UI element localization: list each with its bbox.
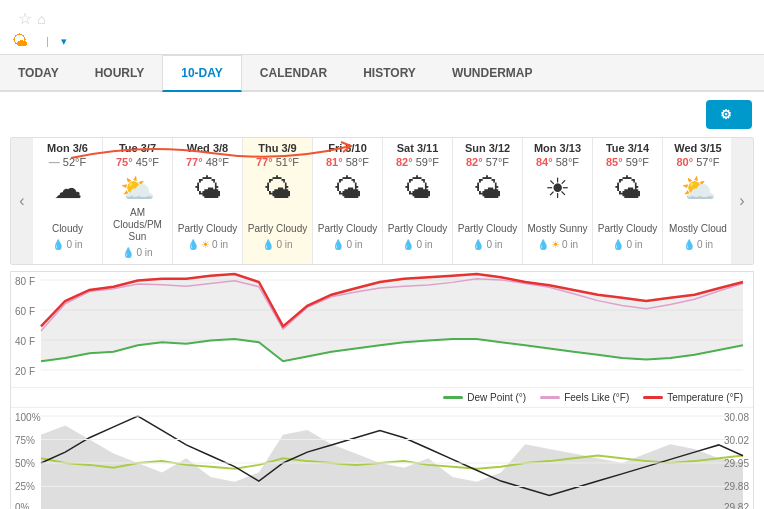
low-temp: 57°F — [696, 156, 719, 168]
temperature-line — [643, 396, 663, 399]
tab-wundermap[interactable]: WUNDERMAP — [434, 55, 551, 92]
weather-icon: 🌤 — [175, 172, 240, 205]
tab-hourly[interactable]: HOURLY — [77, 55, 163, 92]
precip-row: 💧 0 in — [385, 239, 450, 250]
precip-chart-canvas — [11, 408, 753, 509]
day-temps: 80° 57°F — [665, 156, 731, 168]
gear-icon: ⚙ — [720, 107, 732, 122]
day-label: Mon 3/6 — [35, 142, 100, 154]
separator: | — [46, 35, 49, 47]
precip-value: 0 in — [136, 247, 152, 258]
customize-button[interactable]: ⚙ — [706, 100, 752, 129]
low-temp: 57°F — [486, 156, 509, 168]
day-col-0[interactable]: Mon 3/6 — 52°F ☁ Cloudy 💧 0 in — [33, 138, 103, 264]
high-temp: 77° — [186, 156, 203, 168]
temp-chart-canvas — [11, 272, 753, 387]
y-label-40: 40 F — [15, 336, 35, 347]
day-label: Fri 3/10 — [315, 142, 380, 154]
high-temp: 75° — [116, 156, 133, 168]
low-temp: 58°F — [346, 156, 369, 168]
raindrop-icon: 💧 — [402, 239, 414, 250]
prev-arrow[interactable]: ‹ — [11, 138, 33, 264]
raindrop-icon: 💧 — [262, 239, 274, 250]
p-y-25: 25% — [15, 481, 35, 492]
day-col-1[interactable]: Tue 3/7 75° 45°F ⛅ AM Clouds/PM Sun 💧 0 … — [103, 138, 173, 264]
page-header: ☆ ⌂ 🌤 | ▾ — [0, 0, 764, 55]
tab-history[interactable]: HISTORY — [345, 55, 434, 92]
day-temps: 75° 45°F — [105, 156, 170, 168]
day-col-9[interactable]: Wed 3/15 80° 57°F ⛅ Mostly Cloud 💧 0 in — [663, 138, 731, 264]
day-temps: 84° 58°F — [525, 156, 590, 168]
p-y-75: 75% — [15, 435, 35, 446]
legend-feelslike: Feels Like (°F) — [540, 392, 629, 403]
low-temp: 59°F — [416, 156, 439, 168]
toolbar: ⚙ — [0, 92, 764, 137]
legend-temperature: Temperature (°F) — [643, 392, 743, 403]
forecast-container: ‹ Mon 3/6 — 52°F ☁ Cloudy 💧 0 in Tue 3/7… — [10, 137, 754, 265]
day-label: Wed 3/15 — [665, 142, 731, 154]
day-temps: 85° 59°F — [595, 156, 660, 168]
precip-value: 0 in — [212, 239, 228, 250]
day-col-5[interactable]: Sat 3/11 82° 59°F 🌤 Partly Cloudy 💧 0 in — [383, 138, 453, 264]
home-icon[interactable]: ⌂ — [37, 11, 45, 27]
day-label: Wed 3/8 — [175, 142, 240, 154]
sun-precip-icon: ☀ — [551, 239, 560, 250]
weather-desc: Mostly Sunny — [525, 207, 590, 235]
p-r-1: 30.08 — [724, 412, 749, 423]
day-col-7[interactable]: Mon 3/13 84° 58°F ☀ Mostly Sunny 💧 ☀ 0 i… — [523, 138, 593, 264]
weather-icon: 🌤 — [385, 172, 450, 205]
precip-value: 0 in — [486, 239, 502, 250]
low-temp: 52°F — [63, 156, 86, 168]
day-label: Sun 3/12 — [455, 142, 520, 154]
low-temp: 58°F — [556, 156, 579, 168]
day-temps: 82° 59°F — [385, 156, 450, 168]
precip-chart-wrapper: 100% 75% 50% 25% 0% 30.08 30.02 29.95 29… — [11, 407, 753, 509]
weather-desc: Partly Cloudy — [385, 207, 450, 235]
raindrop-icon: 💧 — [612, 239, 624, 250]
days-wrapper: Mon 3/6 — 52°F ☁ Cloudy 💧 0 in Tue 3/7 7… — [33, 138, 731, 264]
precip-value: 0 in — [66, 239, 82, 250]
dewpoint-label: Dew Point (°) — [467, 392, 526, 403]
precip-row: 💧 ☀ 0 in — [525, 239, 590, 250]
p-r-3: 29.95 — [724, 458, 749, 469]
weather-desc: Partly Cloudy — [245, 207, 310, 235]
weather-desc: Mostly Cloud — [665, 207, 731, 235]
dewpoint-line — [443, 396, 463, 399]
weather-desc: Partly Cloudy — [315, 207, 380, 235]
weather-icon: ☁ — [35, 172, 100, 205]
precip-row: 💧 0 in — [35, 239, 100, 250]
raindrop-icon: 💧 — [472, 239, 484, 250]
day-label: Mon 3/13 — [525, 142, 590, 154]
day-temps: 82° 57°F — [455, 156, 520, 168]
day-col-4[interactable]: Fri 3/10 81° 58°F 🌤 Partly Cloudy 💧 0 in — [313, 138, 383, 264]
day-temps: 81° 58°F — [315, 156, 380, 168]
tab-today[interactable]: TODAY — [0, 55, 77, 92]
precip-value: 0 in — [626, 239, 642, 250]
precip-value: 0 in — [276, 239, 292, 250]
weather-desc: Partly Cloudy — [595, 207, 660, 235]
precip-row: 💧 0 in — [315, 239, 380, 250]
day-temps: — 52°F — [35, 156, 100, 168]
day-col-2[interactable]: Wed 3/8 77° 48°F 🌤 Partly Cloudy 💧 ☀ 0 i… — [173, 138, 243, 264]
precip-value: 0 in — [416, 239, 432, 250]
day-col-8[interactable]: Tue 3/14 85° 59°F 🌤 Partly Cloudy 💧 0 in — [593, 138, 663, 264]
day-label: Tue 3/14 — [595, 142, 660, 154]
tab-10day[interactable]: 10-DAY — [162, 55, 242, 92]
weather-icon: 🌤 — [595, 172, 660, 205]
high-temp: 85° — [606, 156, 623, 168]
weather-icon: ☀ — [525, 172, 590, 205]
precip-row: 💧 0 in — [595, 239, 660, 250]
low-temp: 59°F — [626, 156, 649, 168]
tab-calendar[interactable]: CALENDAR — [242, 55, 345, 92]
location-row: 🌤 | ▾ — [12, 32, 752, 50]
weather-desc: Partly Cloudy — [175, 207, 240, 235]
feelslike-line — [540, 396, 560, 399]
star-icon[interactable]: ☆ — [18, 10, 32, 27]
day-temps: 77° 51°F — [245, 156, 310, 168]
next-arrow[interactable]: › — [731, 138, 753, 264]
day-col-6[interactable]: Sun 3/12 82° 57°F 🌤 Partly Cloudy 💧 0 in — [453, 138, 523, 264]
weather-desc: AM Clouds/PM Sun — [105, 207, 170, 243]
day-col-3[interactable]: Thu 3/9 77° 51°F 🌤 Partly Cloudy 💧 0 in — [243, 138, 313, 264]
raindrop-icon: 💧 — [332, 239, 344, 250]
weather-icon: 🌤 — [455, 172, 520, 205]
